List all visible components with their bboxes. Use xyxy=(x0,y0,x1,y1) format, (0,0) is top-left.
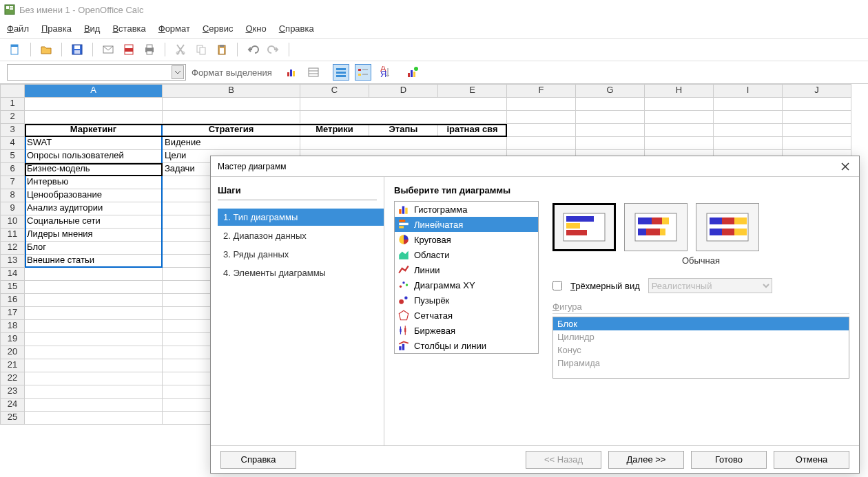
cell-a12[interactable]: Блог xyxy=(25,242,163,255)
row-header[interactable]: 18 xyxy=(0,320,25,333)
step-4[interactable]: 4. Элементы диаграммы xyxy=(218,264,384,282)
col-header-e[interactable]: E xyxy=(438,84,507,98)
help-button[interactable]: Справка xyxy=(220,451,296,469)
menu-file[interactable]: Файл xyxy=(7,23,29,34)
col-header-b[interactable]: B xyxy=(163,84,300,98)
row-header[interactable]: 4 xyxy=(0,137,25,150)
chart-type-bubble[interactable]: Пузырёк xyxy=(395,293,538,308)
chart-type-line[interactable]: Линии xyxy=(395,262,538,277)
font-name-combo[interactable] xyxy=(7,64,186,81)
row-header[interactable]: 21 xyxy=(0,359,25,372)
row-header[interactable]: 15 xyxy=(0,281,25,294)
cell-a13[interactable]: Внешние статьи xyxy=(25,255,163,268)
row-header[interactable]: 6 xyxy=(0,163,25,176)
chevron-down-icon[interactable] xyxy=(172,65,184,79)
row-header[interactable]: 7 xyxy=(0,176,25,189)
row-header[interactable]: 3 xyxy=(0,124,25,137)
subtype-normal[interactable] xyxy=(552,203,616,251)
open-icon[interactable] xyxy=(38,41,54,58)
shape-block[interactable]: Блок xyxy=(553,317,849,330)
row-header[interactable]: 2 xyxy=(0,111,25,124)
data-icon[interactable] xyxy=(305,64,322,81)
row-header[interactable]: 9 xyxy=(0,202,25,215)
finish-button[interactable]: Готово xyxy=(691,451,767,469)
col-header-j[interactable]: J xyxy=(783,84,851,98)
legend-icon[interactable] xyxy=(355,64,371,81)
menu-window[interactable]: Окно xyxy=(245,23,266,34)
copy-icon[interactable] xyxy=(193,41,209,58)
close-icon[interactable] xyxy=(838,160,852,173)
menu-help[interactable]: Справка xyxy=(279,23,314,34)
cell-a4[interactable]: SWAT xyxy=(25,137,163,150)
menu-view[interactable]: Вид xyxy=(84,23,101,34)
cell-a8[interactable]: Ценообразование xyxy=(25,189,163,202)
col-header-h[interactable]: H xyxy=(645,84,714,98)
cell-e3[interactable]: іратная свя xyxy=(438,124,507,137)
cell-a9[interactable]: Анализ аудитории xyxy=(25,202,163,215)
shape-cone[interactable]: Конус xyxy=(553,343,849,357)
chart-type-xy[interactable]: Диаграмма XY xyxy=(395,277,538,293)
chart-type-column[interactable]: Гистограмма xyxy=(395,202,538,217)
row-header[interactable]: 8 xyxy=(0,189,25,202)
col-header-f[interactable]: F xyxy=(507,84,576,98)
chart-type-combo[interactable]: Столбцы и линии xyxy=(395,338,538,353)
col-header-c[interactable]: C xyxy=(300,84,369,98)
row-header[interactable]: 20 xyxy=(0,346,25,359)
shape-cylinder[interactable]: Цилиндр xyxy=(553,330,849,343)
row-header[interactable]: 16 xyxy=(0,294,25,307)
paste-icon[interactable] xyxy=(214,41,230,58)
step-3[interactable]: 3. Ряды данных xyxy=(218,246,384,263)
row-header[interactable]: 25 xyxy=(0,412,25,425)
col-header-d[interactable]: D xyxy=(369,84,438,98)
row-header[interactable]: 22 xyxy=(0,372,25,385)
cut-icon[interactable] xyxy=(172,41,189,58)
select-all-corner[interactable] xyxy=(0,84,25,98)
chart-type-pie[interactable]: Круговая xyxy=(395,232,538,247)
row-header[interactable]: 24 xyxy=(0,399,25,412)
row-header[interactable]: 23 xyxy=(0,385,25,399)
chart-type-area[interactable]: Области xyxy=(395,247,538,262)
row-header[interactable]: 13 xyxy=(0,255,25,268)
row-header[interactable]: 19 xyxy=(0,333,25,346)
menu-tools[interactable]: Сервис xyxy=(203,23,234,34)
undo-icon[interactable] xyxy=(245,41,261,58)
subtype-percent[interactable] xyxy=(696,203,759,251)
row-header[interactable]: 14 xyxy=(0,268,25,281)
cell-a7[interactable]: Интервью xyxy=(25,176,163,189)
menu-format[interactable]: Формат xyxy=(158,23,190,34)
chart-icon[interactable] xyxy=(283,64,300,81)
row-header[interactable]: 5 xyxy=(0,150,25,163)
pdf-icon[interactable] xyxy=(121,41,137,58)
chart-type-net[interactable]: Сетчатая xyxy=(395,308,538,323)
cell-a3[interactable]: Маркетинг xyxy=(25,124,163,137)
cell-b3[interactable]: Стратегия xyxy=(163,124,300,137)
cell-a10[interactable]: Социальные сети xyxy=(25,215,163,229)
new-doc-icon[interactable] xyxy=(7,41,23,58)
print-icon[interactable] xyxy=(141,41,158,58)
col-header-g[interactable]: G xyxy=(576,84,645,98)
menu-insert[interactable]: Вставка xyxy=(112,23,145,34)
chart-insert-icon[interactable] xyxy=(404,64,421,81)
redo-icon[interactable] xyxy=(265,41,282,58)
chart-type-bar[interactable]: Линейчатая xyxy=(395,217,538,232)
row-header[interactable]: 17 xyxy=(0,307,25,320)
col-header-i[interactable]: I xyxy=(714,84,783,98)
grid-h-icon[interactable] xyxy=(333,64,349,81)
shape-pyramid[interactable]: Пирамида xyxy=(553,357,849,370)
col-header-a[interactable]: A xyxy=(25,84,163,98)
cell-d3[interactable]: Этапы xyxy=(369,124,438,137)
row-header[interactable]: 1 xyxy=(0,98,25,111)
subtype-stacked[interactable] xyxy=(624,203,688,251)
3d-checkbox[interactable] xyxy=(552,281,562,290)
email-icon[interactable] xyxy=(100,41,116,58)
next-button[interactable]: Далее >> xyxy=(608,451,684,469)
step-1[interactable]: 1. Тип диаграммы xyxy=(218,209,384,226)
cancel-button[interactable]: Отмена xyxy=(774,451,849,469)
row-header[interactable]: 11 xyxy=(0,229,25,242)
cell-a11[interactable]: Лидеры мнения xyxy=(25,229,163,242)
step-2[interactable]: 2. Диапазон данных xyxy=(218,227,384,244)
cell-b4[interactable]: Видение xyxy=(163,137,300,150)
row-header[interactable]: 12 xyxy=(0,242,25,255)
cell-a6[interactable]: Бизнес-модель xyxy=(25,163,163,176)
menu-edit[interactable]: Правка xyxy=(41,23,72,34)
